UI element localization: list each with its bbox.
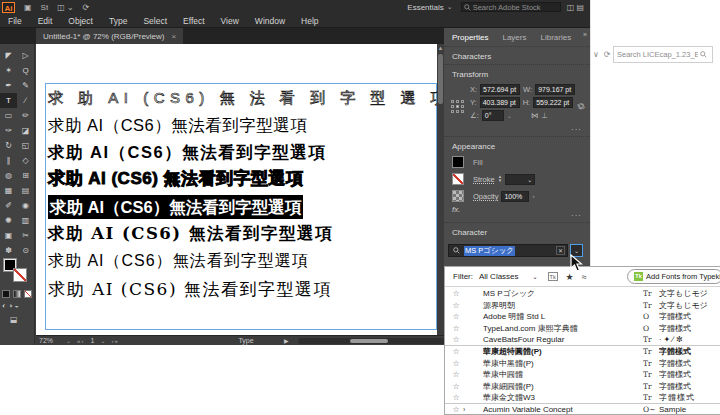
- favorites-filter-icon[interactable]: ★: [566, 272, 574, 282]
- free-transform-tool[interactable]: ◇: [17, 153, 34, 168]
- rectangle-tool[interactable]: ▭: [0, 108, 17, 123]
- width-tool[interactable]: ∥: [0, 153, 17, 168]
- zoom-tool[interactable]: ⊙: [17, 243, 34, 258]
- font-query-selected-text[interactable]: MS Pゴシック: [464, 246, 515, 256]
- gradient-mode-button[interactable]: [13, 290, 21, 298]
- canvas-text-line-5[interactable]: 求助 AI（CS6）無法看到字型選項: [48, 195, 303, 219]
- gpu-performance-icon[interactable]: ⟳: [83, 3, 90, 12]
- column-graph-tool[interactable]: ▥: [17, 213, 34, 228]
- clear-search-icon[interactable]: ✕: [556, 246, 565, 255]
- font-list-item[interactable]: ☆›Acumin Variable ConceptO~Sample: [445, 404, 720, 415]
- explorer-search-input[interactable]: [614, 50, 698, 59]
- angle-dropdown-icon[interactable]: ⌄: [507, 112, 512, 119]
- hand-tool[interactable]: ✽: [0, 243, 17, 258]
- tab-properties[interactable]: Properties: [452, 33, 488, 42]
- adobe-stock-search-input[interactable]: [473, 3, 557, 12]
- font-list-item[interactable]: ☆華康中黑體(P)Tr字體樣式: [445, 358, 720, 370]
- horizontal-scrollbar[interactable]: [298, 338, 466, 344]
- current-tool-status[interactable]: Type: [206, 337, 286, 344]
- font-list-item[interactable]: ☆華康中圓體Tr字體樣式: [445, 369, 720, 381]
- canvas-text-line-4[interactable]: 求助 AI (CS6) 無法看到字型選項: [48, 167, 304, 191]
- opacity-label[interactable]: Opacity: [473, 192, 498, 201]
- opacity-field[interactable]: 100%: [501, 191, 529, 202]
- canvas-text-line-3[interactable]: 求助 AI（CS6）無法看到字型選項: [48, 140, 326, 164]
- magic-wand-tool[interactable]: ✶: [0, 63, 17, 78]
- fill-color-swatch[interactable]: [452, 156, 464, 168]
- canvas-text-line-1[interactable]: 求 助 AI (CS6) 無 法 看 到 字 型 選 項: [48, 86, 451, 110]
- artboard-tool[interactable]: ▣: [0, 228, 17, 243]
- menu-object[interactable]: Object: [60, 16, 101, 26]
- none-mode-button[interactable]: [24, 290, 32, 298]
- horizontal-scroll-thumb[interactable]: [350, 339, 388, 343]
- type-tool[interactable]: T: [0, 93, 17, 108]
- font-list-item[interactable]: ☆Adobe 明體 Std LO字體樣式: [445, 311, 720, 323]
- direct-selection-tool[interactable]: ▷: [17, 48, 34, 63]
- collapse-panel-icon[interactable]: »: [583, 31, 587, 38]
- similar-fonts-filter-icon[interactable]: ≈: [582, 272, 587, 282]
- favorite-star-icon[interactable]: ☆: [449, 335, 463, 344]
- menu-select[interactable]: Select: [135, 16, 175, 26]
- stock-icon[interactable]: St: [41, 3, 49, 12]
- blend-tool[interactable]: ◉: [17, 198, 34, 213]
- font-list-item[interactable]: ☆華康金文體W3Tr字體樣式: [445, 392, 720, 404]
- font-list-item[interactable]: ☆TypeLand.com 康熙字典體O字體樣式: [445, 323, 720, 335]
- menu-edit[interactable]: Edit: [30, 16, 61, 26]
- favorite-star-icon[interactable]: ☆: [449, 289, 463, 298]
- artboard-dropdown-icon[interactable]: ⌄: [100, 337, 105, 344]
- shape-builder-tool[interactable]: ◍: [0, 168, 17, 183]
- close-icon[interactable]: ×: [172, 32, 177, 41]
- text-frame-selection[interactable]: 求 助 AI (CS6) 無 法 看 到 字 型 選 項求助 AI（CS6）無法…: [45, 83, 437, 330]
- perspective-grid-tool[interactable]: ⊞: [17, 168, 34, 183]
- fill-stroke-control[interactable]: [3, 258, 31, 284]
- font-list-item[interactable]: ☆華康超特圓體(P)Tr字體樣式: [445, 346, 720, 358]
- favorite-star-icon[interactable]: ☆: [449, 405, 463, 414]
- share-icon[interactable]: ◫ ▤: [567, 3, 584, 12]
- favorite-star-icon[interactable]: ☆: [449, 301, 463, 310]
- flip-horizontal-icon[interactable]: ⋈: [531, 111, 539, 120]
- menu-view[interactable]: View: [213, 16, 247, 26]
- zoom-dropdown-icon[interactable]: ⌄: [66, 337, 71, 344]
- filter-classes-dropdown[interactable]: All Classes⌄: [479, 272, 538, 281]
- selection-tool[interactable]: ◤: [0, 48, 17, 63]
- screen-mode-button[interactable]: ⬓: [10, 315, 18, 324]
- eraser-tool[interactable]: ◪: [17, 123, 34, 138]
- workspace-switcher[interactable]: Essentials: [407, 3, 443, 12]
- stroke-swatch[interactable]: [13, 268, 27, 282]
- scale-tool[interactable]: ◱: [17, 138, 34, 153]
- add-fonts-from-typekit-button[interactable]: Tk Add Fonts from Typekit: [627, 269, 720, 284]
- vertical-scroll-thumb[interactable]: [438, 54, 443, 104]
- color-mode-button[interactable]: [2, 290, 10, 298]
- menu-effect[interactable]: Effect: [175, 16, 213, 26]
- zoom-level[interactable]: 72%: [36, 337, 66, 344]
- appearance-more-options[interactable]: ···: [571, 211, 582, 220]
- rotate-angle-field[interactable]: 0°: [482, 110, 504, 121]
- bridge-icon[interactable]: ▣: [24, 3, 32, 12]
- status-expand-icon[interactable]: ▶: [284, 337, 289, 344]
- favorite-star-icon[interactable]: ☆: [449, 393, 463, 402]
- expand-family-icon[interactable]: ›: [463, 406, 471, 413]
- font-list-item[interactable]: ☆華康細圓體(P)Tr字體樣式: [445, 381, 720, 393]
- font-list-item[interactable]: ☆MS PゴシックTr文字もじモジ: [445, 288, 720, 300]
- scroll-up-icon[interactable]: ▲: [437, 44, 444, 52]
- rotate-tool[interactable]: ↻: [0, 138, 17, 153]
- arrange-documents-icon[interactable]: ◫ ⌄: [57, 3, 73, 12]
- shaper-tool[interactable]: ✑: [0, 123, 17, 138]
- adobe-stock-search[interactable]: [461, 2, 561, 12]
- paintbrush-tool[interactable]: ✏: [17, 108, 34, 123]
- stroke-label[interactable]: Stroke: [473, 175, 495, 184]
- eyedropper-tool[interactable]: ✐: [0, 198, 17, 213]
- last-artboard-button[interactable]: »: [114, 338, 118, 344]
- w-field[interactable]: 979.167 pt: [535, 84, 575, 95]
- drawing-mode-buttons[interactable]: ◐◑◒: [2, 302, 21, 309]
- favorite-star-icon[interactable]: ☆: [449, 312, 463, 321]
- canvas-text-line-2[interactable]: 求助 AI（CS6）無法看到字型選項: [48, 113, 307, 137]
- font-list-item[interactable]: ☆源界明朝Tr文字もじモジ: [445, 300, 720, 312]
- y-field[interactable]: 403.389 pt: [480, 97, 520, 108]
- flip-vertical-icon[interactable]: ⊥: [541, 111, 548, 120]
- explorer-search[interactable]: [613, 46, 713, 63]
- opacity-expand-icon[interactable]: ›: [532, 193, 534, 199]
- stroke-weight-dropdown[interactable]: ⌄: [505, 174, 535, 185]
- menu-file[interactable]: File: [0, 16, 30, 26]
- fx-effects-button[interactable]: fx.: [452, 205, 590, 214]
- line-segment-tool[interactable]: ∕: [17, 93, 34, 108]
